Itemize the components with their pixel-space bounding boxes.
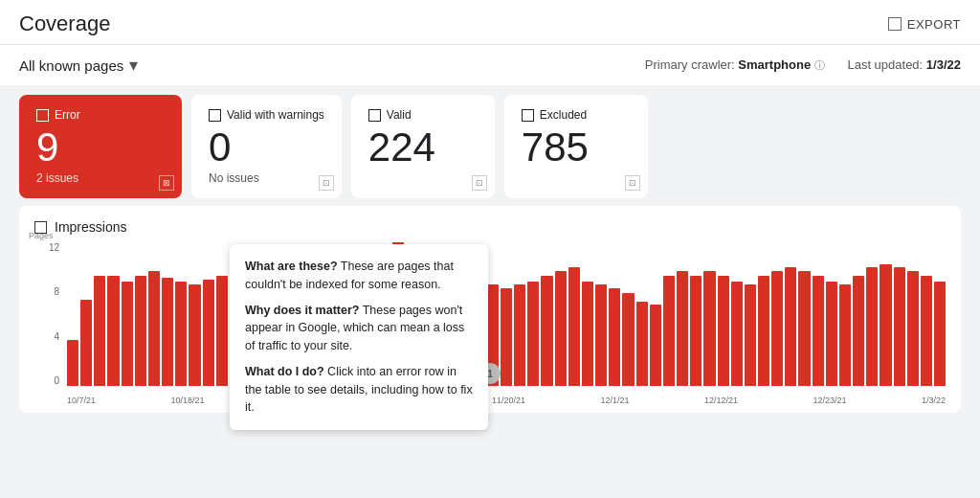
y-label-4: 4 <box>54 331 63 342</box>
tooltip-popup: What are these? These are pages that cou… <box>230 244 488 430</box>
x-label-7: 12/23/21 <box>813 396 846 405</box>
y-label-8: 8 <box>54 286 63 297</box>
chart-bar <box>162 278 173 386</box>
impressions-label: Impressions <box>55 219 126 235</box>
last-updated-value: 1/3/22 <box>926 57 961 72</box>
card-vw-label: Valid with warnings <box>227 108 324 122</box>
chart-bar <box>501 288 512 386</box>
card-error-sub: 2 issues <box>36 171 165 185</box>
chart-bar <box>880 264 891 386</box>
export-button[interactable]: EXPORT <box>888 17 961 32</box>
chart-bar <box>703 271 715 386</box>
chart-bar <box>771 271 783 386</box>
chart-bars <box>67 242 946 386</box>
y-label-pages: Pages <box>29 231 57 240</box>
x-label-8: 1/3/22 <box>922 396 946 405</box>
card-v-value: 224 <box>368 127 478 168</box>
chart-bar <box>758 276 769 386</box>
card-vw-value: 0 <box>209 127 324 168</box>
tooltip-q3-text: What do I do? <box>245 365 324 378</box>
card-vw-label-row: Valid with warnings <box>209 108 324 122</box>
card-error[interactable]: Error 9 2 issues ⊠ <box>19 95 182 198</box>
chart-bar <box>595 284 607 386</box>
valid-checkbox-icon <box>368 109 381 122</box>
card-v-expand-icon[interactable]: ⊡ <box>472 175 487 191</box>
chart-bar <box>555 271 567 386</box>
chart-bar <box>798 271 810 386</box>
page-header: Coverage EXPORT <box>0 0 980 45</box>
export-label: EXPORT <box>907 17 961 32</box>
chart-bar <box>731 282 743 386</box>
chart-bar <box>189 284 200 386</box>
x-label-6: 12/12/21 <box>704 396 738 405</box>
y-label-12: 12 <box>49 242 63 253</box>
page-selector-dropdown[interactable]: All known pages ▾ <box>19 55 138 76</box>
chart-bar <box>826 282 837 386</box>
chart-bar <box>907 271 919 386</box>
card-excluded[interactable]: Excluded 785 ⊡ <box>504 95 648 198</box>
chart-area: Impressions Pages 12 8 4 0 10/7/21 10/18… <box>19 206 961 413</box>
chart-bar <box>122 282 133 386</box>
chart-bar <box>677 271 688 386</box>
chart-bar <box>894 267 905 386</box>
chart-bar <box>866 267 878 386</box>
card-v-label: Valid <box>387 108 412 122</box>
chart-bar <box>527 282 539 386</box>
chart-bar <box>568 267 580 386</box>
chart-bar <box>934 282 946 386</box>
tooltip-q2-text: Why does it matter? <box>245 304 359 317</box>
chart-bar <box>813 276 824 386</box>
card-valid[interactable]: Valid 224 ⊡ <box>351 95 495 198</box>
chart-bar <box>609 288 620 386</box>
x-label-4: 11/20/21 <box>492 396 525 405</box>
chart-bar <box>175 282 187 386</box>
tooltip-q1: What are these? These are pages that cou… <box>245 258 473 294</box>
card-valid-warnings[interactable]: Valid with warnings 0 No issues ⊡ <box>191 95 342 198</box>
card-v-label-row: Valid <box>368 108 478 122</box>
cards-row: Error 9 2 issues ⊠ Valid with warnings 0… <box>19 95 961 198</box>
chart-header: Impressions <box>34 219 946 235</box>
dropdown-arrow-icon: ▾ <box>129 55 138 76</box>
x-label-5: 12/1/21 <box>600 396 629 405</box>
card-error-expand-icon[interactable]: ⊠ <box>159 175 174 191</box>
valid-warnings-checkbox-icon <box>209 109 221 122</box>
card-vw-expand-icon[interactable]: ⊡ <box>319 175 334 191</box>
chart-bar <box>650 305 661 386</box>
chart-bar <box>636 302 648 386</box>
page-selector-label: All known pages <box>19 57 123 74</box>
card-ex-label: Excluded <box>540 108 587 122</box>
chart-bar <box>203 280 214 386</box>
x-label-1: 10/18/21 <box>170 396 204 405</box>
last-updated-label: Last updated: <box>847 57 923 72</box>
chart-bar <box>745 284 756 386</box>
x-label-0: 10/7/21 <box>67 396 96 405</box>
subheader: All known pages ▾ Primary crawler: Smart… <box>0 45 980 85</box>
tooltip-q1-text: What are these? <box>245 260 338 273</box>
crawler-info: Primary crawler: Smartphone ⓘ Last updat… <box>645 57 961 73</box>
chart-bar <box>622 293 634 386</box>
y-axis: Pages 12 8 4 0 <box>34 242 63 386</box>
chart-bar <box>80 300 92 386</box>
card-error-label-row: Error <box>36 108 165 122</box>
page-title: Coverage <box>19 11 110 36</box>
chart-bar <box>67 340 78 386</box>
chart-bar <box>582 282 593 386</box>
card-ex-value: 785 <box>522 127 631 168</box>
tooltip-q2: Why does it matter? These pages won't ap… <box>245 302 473 355</box>
chart-bar <box>839 284 851 386</box>
card-ex-expand-icon[interactable]: ⊡ <box>625 175 640 191</box>
card-error-value: 9 <box>36 127 165 168</box>
crawler-info-icon: ⓘ <box>814 59 825 71</box>
chart-bar <box>148 271 160 386</box>
y-label-0: 0 <box>54 375 63 386</box>
chart-bar <box>690 276 702 386</box>
chart-bar <box>718 276 729 386</box>
chart-bar <box>853 276 864 386</box>
crawler-label: Primary crawler: <box>645 57 735 72</box>
card-ex-label-row: Excluded <box>522 108 631 122</box>
card-error-label: Error <box>55 108 80 122</box>
chart-bar <box>216 276 228 386</box>
chart-bar <box>94 276 105 386</box>
scroll-indicator-value: 1 <box>487 369 493 379</box>
excluded-checkbox-icon <box>522 109 534 122</box>
